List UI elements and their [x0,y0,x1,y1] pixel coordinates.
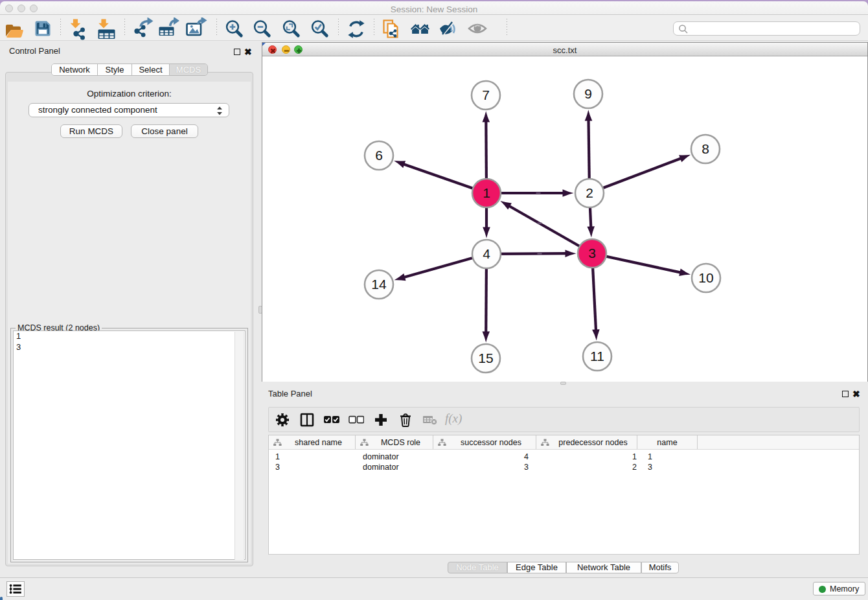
svg-text:3: 3 [588,246,596,260]
svg-text:15: 15 [478,351,493,365]
svg-text:7: 7 [482,87,490,102]
svg-text:4: 4 [483,246,490,261]
svg-text:10: 10 [698,270,713,285]
svg-text:14: 14 [371,277,387,292]
svg-text:2: 2 [586,185,593,200]
svg-text:11: 11 [590,349,604,363]
svg-text:1: 1 [483,185,490,200]
svg-text:8: 8 [702,141,709,156]
svg-text:6: 6 [375,148,383,163]
svg-text:9: 9 [584,86,592,101]
